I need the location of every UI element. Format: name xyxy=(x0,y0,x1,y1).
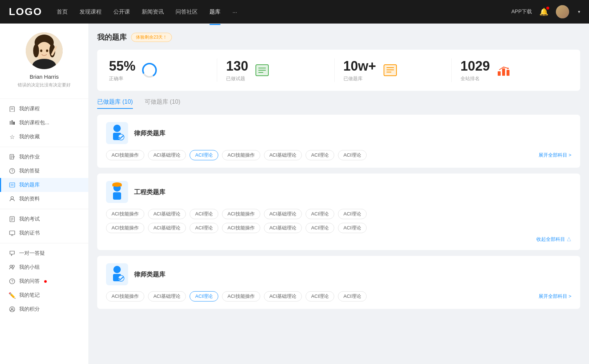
nav-more[interactable]: ··· xyxy=(232,7,237,17)
nav-discover[interactable]: 发现课程 xyxy=(80,7,102,17)
tab-done[interactable]: 已做题库 (10) xyxy=(97,98,133,109)
sidebar-item-favorites[interactable]: ☆ 我的收藏 xyxy=(0,130,88,144)
tag-0-2[interactable]: ACI理论 xyxy=(190,150,218,160)
tag-2-2[interactable]: ACI理论 xyxy=(190,291,218,301)
stat-done-b-label: 已做题库 xyxy=(343,75,376,82)
svg-text:?: ? xyxy=(11,279,14,283)
sidebar-label-group: 我的小组 xyxy=(19,264,40,271)
expand-link-2[interactable]: 展开全部科目 > xyxy=(539,293,571,300)
sidebar-label-tutoring: 一对一答疑 xyxy=(19,250,45,257)
svg-rect-15 xyxy=(13,122,15,125)
svg-point-62 xyxy=(113,266,121,273)
tag-0-1[interactable]: ACI基础理论 xyxy=(148,150,186,160)
navbar: LOGO 首页 发现课程 公开课 新闻资讯 问答社区 题库 ··· APP下载 … xyxy=(0,0,589,24)
sidebar-item-coursepack[interactable]: 我的课程包... xyxy=(0,116,88,130)
divider-2 xyxy=(0,147,88,147)
tag-1-r2-6[interactable]: ACI理论 xyxy=(338,223,367,233)
tag-0-0[interactable]: ACI技能操作 xyxy=(106,150,144,160)
main-content: 我的题库 体验剩余23天！ 55% 正确率 xyxy=(88,24,589,364)
sidebar-item-homework[interactable]: 我的作业 xyxy=(0,150,88,164)
tag-1-3[interactable]: ACI技能操作 xyxy=(222,209,260,219)
sidebar-item-myqa[interactable]: ? 我的问答 xyxy=(0,274,88,288)
stat-done-b-value: 10w+ xyxy=(343,58,376,74)
expand-link-0[interactable]: 展开全部科目 > xyxy=(539,152,571,158)
navbar-right: APP下载 🔔 ▾ xyxy=(511,5,580,18)
bell-dot xyxy=(546,7,549,10)
quiz-icon xyxy=(9,182,15,188)
stat-rank-label: 全站排名 xyxy=(461,75,490,82)
app-download-btn[interactable]: APP下载 xyxy=(511,8,532,15)
user-avatar[interactable] xyxy=(556,5,569,18)
tag-2-5[interactable]: ACI理论 xyxy=(306,291,334,301)
sidebar-label-exam: 我的考试 xyxy=(19,216,40,222)
nav-qa[interactable]: 问答社区 xyxy=(176,7,198,17)
svg-point-8 xyxy=(46,50,48,52)
tag-0-3[interactable]: ACI技能操作 xyxy=(222,150,260,160)
tag-1-0[interactable]: ACI技能操作 xyxy=(106,209,144,219)
sidebar-item-cert[interactable]: 我的证书 xyxy=(0,226,88,240)
nav-quiz[interactable]: 题库 xyxy=(209,7,221,17)
svg-rect-51 xyxy=(498,71,501,76)
qa-badge-dot xyxy=(44,280,47,283)
sidebar-label-notes: 我的笔记 xyxy=(19,292,40,299)
tag-1-2[interactable]: ACI理论 xyxy=(190,209,218,219)
tag-2-0[interactable]: ACI技能操作 xyxy=(106,291,144,301)
sidebar-motto: 错误的决定比没有决定要好 xyxy=(12,82,77,88)
tag-2-1[interactable]: ACI基础理论 xyxy=(148,291,186,301)
sidebar-label-favorites: 我的收藏 xyxy=(19,133,40,140)
nav-opencourse[interactable]: 公开课 xyxy=(113,7,130,17)
tag-1-6[interactable]: ACI理论 xyxy=(338,209,367,219)
sidebar-item-qa[interactable]: ? 我的答疑 xyxy=(0,164,88,178)
points-icon xyxy=(9,306,15,313)
collapse-link-1[interactable]: 收起全部科目 △ xyxy=(536,236,571,243)
tag-0-5[interactable]: ACI理论 xyxy=(306,150,334,160)
sidebar-item-notes[interactable]: ✏️ 我的笔记 xyxy=(0,288,88,302)
tag-1-5[interactable]: ACI理论 xyxy=(306,209,334,219)
divider-1 xyxy=(0,99,88,99)
svg-rect-22 xyxy=(10,183,15,187)
sidebar-item-quiz[interactable]: 我的题库 xyxy=(0,178,88,192)
ranking-icon xyxy=(496,62,512,78)
tag-1-r2-1[interactable]: ACI基础理论 xyxy=(148,223,186,233)
tag-0-6[interactable]: ACI理论 xyxy=(338,150,367,160)
sidebar-label-cert: 我的证书 xyxy=(19,230,40,236)
tag-0-4[interactable]: ACI基础理论 xyxy=(264,150,302,160)
tag-2-6[interactable]: ACI理论 xyxy=(338,291,367,301)
sidebar-username: Brian Harris xyxy=(29,74,59,80)
sidebar-item-tutoring[interactable]: 一对一答疑 xyxy=(0,246,88,260)
tag-1-r2-2[interactable]: ACI理论 xyxy=(190,223,218,233)
sidebar-item-exam[interactable]: 我的考试 xyxy=(0,212,88,226)
tag-1-r2-5[interactable]: ACI理论 xyxy=(306,223,334,233)
notification-bell[interactable]: 🔔 xyxy=(539,7,549,16)
sidebar-item-group[interactable]: 我的小组 xyxy=(0,260,88,274)
tags-row-0: ACI技能操作 ACI基础理论 ACI理论 ACI技能操作 ACI基础理论 AC… xyxy=(106,150,535,160)
stat-done-banks: 10w+ 已做题库 xyxy=(335,58,452,82)
svg-point-33 xyxy=(10,265,12,267)
qbank-header-2: 律师类题库 xyxy=(106,263,571,285)
tag-1-r2-0[interactable]: ACI技能操作 xyxy=(106,223,144,233)
tag-1-4[interactable]: ACI基础理论 xyxy=(264,209,302,219)
tag-1-r2-4[interactable]: ACI基础理论 xyxy=(264,223,302,233)
nav-home[interactable]: 首页 xyxy=(57,7,68,17)
tag-1-1[interactable]: ACI基础理论 xyxy=(148,209,186,219)
qbank-header-1: 工程类题库 xyxy=(106,181,571,203)
tab-available[interactable]: 可做题库 (10) xyxy=(145,98,180,109)
sidebar-item-profile[interactable]: 我的资料 xyxy=(0,192,88,206)
stat-done-b-content: 10w+ 已做题库 xyxy=(343,58,376,82)
exam-icon xyxy=(9,216,15,222)
svg-rect-53 xyxy=(507,70,509,76)
tag-2-4[interactable]: ACI基础理论 xyxy=(264,291,302,301)
tag-1-r2-3[interactable]: ACI技能操作 xyxy=(222,223,260,233)
homework-icon xyxy=(9,154,15,160)
svg-point-25 xyxy=(11,197,14,199)
coursepack-icon xyxy=(9,119,15,126)
stat-accuracy-content: 55% 正确率 xyxy=(109,58,135,82)
tag-2-3[interactable]: ACI技能操作 xyxy=(222,291,260,301)
sidebar-menu: 我的课程 我的课程包... ☆ 我的收藏 我的作业 ? xyxy=(0,102,88,316)
svg-rect-60 xyxy=(112,185,122,186)
sidebar-item-course[interactable]: 我的课程 xyxy=(0,102,88,116)
nav-news[interactable]: 新闻资讯 xyxy=(142,7,164,17)
avatar-chevron[interactable]: ▾ xyxy=(578,9,580,14)
qbank-section-1: 工程类题库 ACI技能操作 ACI基础理论 ACI理论 ACI技能操作 ACI基… xyxy=(97,174,580,250)
sidebar-item-points[interactable]: 我的积分 xyxy=(0,302,88,316)
